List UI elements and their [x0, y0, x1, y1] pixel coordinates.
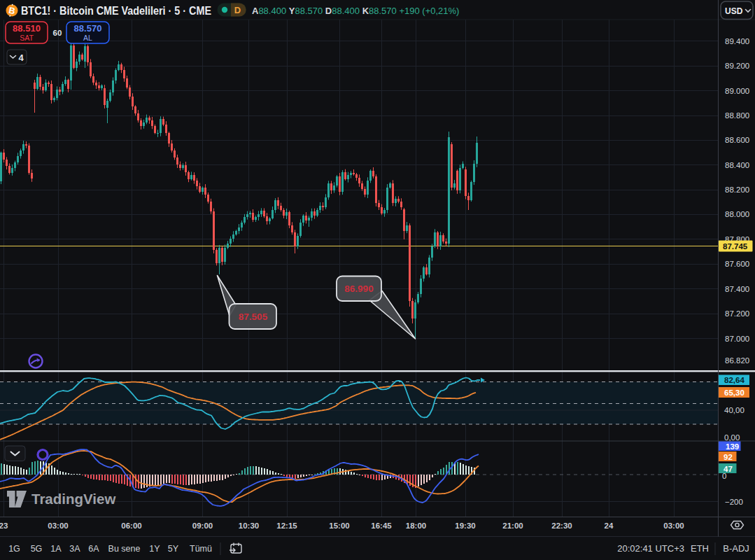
svg-text:03:00: 03:00 [48, 522, 68, 530]
svg-text:B-ADJ: B-ADJ [723, 543, 749, 554]
svg-text:1G: 1G [8, 544, 20, 554]
svg-text:06:00: 06:00 [121, 522, 141, 530]
svg-text:23: 23 [0, 522, 8, 530]
svg-text:3A: 3A [69, 544, 80, 554]
svg-text:92: 92 [724, 453, 733, 461]
svg-text:87.200: 87.200 [725, 309, 749, 318]
svg-text:A88.400 Y88.570 D88.400 K88.57: A88.400 Y88.570 D88.400 K88.570 +190 (+0… [252, 6, 459, 16]
svg-text:88.800: 88.800 [725, 111, 749, 120]
svg-text:USD: USD [725, 6, 743, 16]
svg-text:5G: 5G [31, 544, 43, 554]
svg-text:82,64: 82,64 [724, 376, 745, 384]
svg-text:09:00: 09:00 [192, 522, 213, 530]
svg-text:ETH: ETH [691, 543, 709, 554]
svg-text:86.820: 86.820 [725, 356, 749, 365]
svg-text:87.600: 87.600 [725, 260, 749, 268]
svg-text:88.400: 88.400 [725, 161, 749, 169]
svg-text:−200: −200 [725, 498, 743, 506]
svg-text:6A: 6A [88, 544, 99, 554]
svg-text:TradingView: TradingView [31, 491, 115, 507]
svg-text:88.000: 88.000 [725, 210, 749, 218]
svg-text:18:00: 18:00 [406, 522, 426, 530]
svg-text:SAT: SAT [20, 34, 34, 42]
svg-text:BTC1! · Bitcoin CME Vadelileri: BTC1! · Bitcoin CME Vadelileri · 5 · CME [21, 4, 211, 17]
svg-text:40,00: 40,00 [724, 406, 745, 414]
svg-text:Bu sene: Bu sene [108, 544, 141, 554]
svg-text:88.200: 88.200 [725, 186, 749, 194]
svg-text:88.510: 88.510 [13, 23, 41, 34]
svg-text:60: 60 [53, 29, 62, 37]
svg-text:D: D [234, 5, 241, 15]
svg-text:88.600: 88.600 [725, 136, 749, 144]
svg-text:0,00: 0,00 [724, 433, 740, 442]
svg-text:87.505: 87.505 [239, 312, 268, 322]
svg-text:1Y: 1Y [149, 544, 160, 554]
svg-text:89.200: 89.200 [725, 62, 749, 70]
svg-text:Tümü: Tümü [190, 544, 212, 554]
svg-text:89.400: 89.400 [725, 37, 749, 46]
svg-text:47: 47 [724, 465, 733, 473]
svg-text:87.745: 87.745 [723, 242, 748, 251]
svg-text:15:00: 15:00 [329, 522, 349, 530]
svg-text:87.000: 87.000 [725, 335, 749, 343]
svg-text:1A: 1A [50, 544, 62, 554]
svg-text:03:00: 03:00 [663, 522, 684, 530]
svg-text:139: 139 [726, 442, 739, 451]
svg-text:19:30: 19:30 [455, 522, 475, 530]
svg-text:4: 4 [18, 52, 24, 63]
svg-text:22:30: 22:30 [551, 522, 572, 530]
svg-text:21:00: 21:00 [502, 522, 523, 530]
svg-text:AL: AL [83, 34, 92, 42]
svg-text:24: 24 [605, 522, 614, 530]
svg-text:5Y: 5Y [168, 544, 179, 554]
svg-text:89.000: 89.000 [725, 87, 749, 95]
svg-text:88.570: 88.570 [74, 23, 102, 34]
svg-text:20:02:41 UTC+3: 20:02:41 UTC+3 [617, 543, 684, 554]
svg-text:12:15: 12:15 [276, 522, 297, 530]
svg-text:10:30: 10:30 [239, 522, 259, 530]
svg-text:16:45: 16:45 [371, 522, 392, 530]
svg-text:86.990: 86.990 [344, 284, 373, 294]
svg-text:87.400: 87.400 [725, 285, 749, 293]
svg-text:65,30: 65,30 [724, 388, 745, 397]
